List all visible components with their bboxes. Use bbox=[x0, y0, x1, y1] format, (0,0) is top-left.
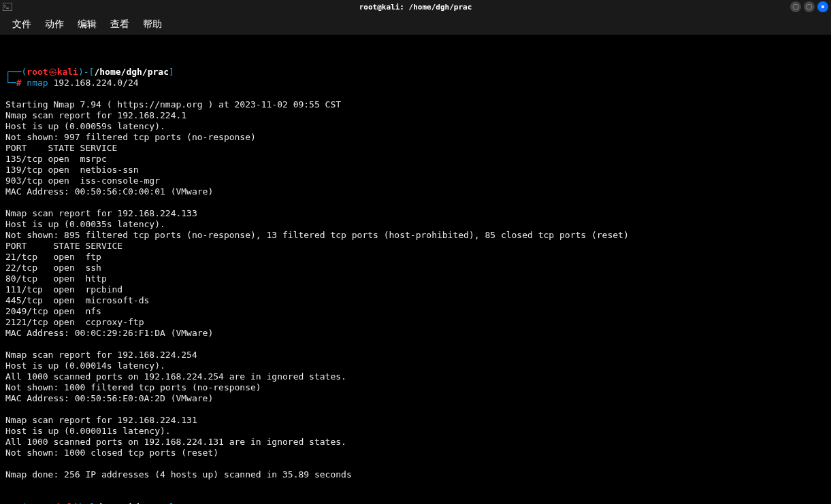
box-corner-top-icon bbox=[5, 67, 21, 77]
skull-icon: ㉿ bbox=[48, 67, 57, 77]
prompt-user: root bbox=[27, 67, 48, 77]
command-name: nmap bbox=[27, 78, 48, 88]
command-args: 192.168.224.0/24 bbox=[53, 78, 138, 88]
bracket-close: ] bbox=[169, 67, 174, 77]
minimize-button[interactable] bbox=[790, 1, 801, 12]
menu-file[interactable]: 文件 bbox=[5, 16, 38, 33]
window-title: root@kali: /home/dgh/prac bbox=[359, 3, 472, 12]
menubar: 文件 动作 编辑 查看 帮助 bbox=[0, 14, 831, 35]
terminal-area[interactable]: (root㉿kali)-[/home/dgh/prac] # nmap 192.… bbox=[0, 35, 831, 504]
prompt-hash: # bbox=[16, 78, 22, 88]
close-button[interactable] bbox=[817, 1, 828, 12]
window-titlebar: root@kali: /home/dgh/prac bbox=[0, 0, 831, 14]
paren-close: ) bbox=[78, 67, 84, 77]
menu-edit[interactable]: 编辑 bbox=[71, 16, 103, 33]
svg-rect-0 bbox=[3, 3, 12, 11]
menu-action[interactable]: 动作 bbox=[38, 16, 71, 33]
prompt-block-1: (root㉿kali)-[/home/dgh/prac] # nmap 192.… bbox=[5, 67, 826, 88]
svg-point-2 bbox=[793, 4, 798, 10]
box-corner-bot-icon bbox=[5, 78, 16, 88]
output-block: Starting Nmap 7.94 ( https://nmap.org ) … bbox=[5, 99, 826, 480]
dash: - bbox=[84, 67, 89, 77]
window-controls bbox=[790, 1, 828, 12]
titlebar-left bbox=[3, 2, 16, 12]
prompt-host: kali bbox=[57, 67, 78, 77]
menu-help[interactable]: 帮助 bbox=[136, 16, 169, 33]
prompt-cwd: /home/dgh/prac bbox=[94, 67, 169, 77]
svg-point-3 bbox=[806, 4, 812, 10]
maximize-button[interactable] bbox=[804, 1, 815, 12]
menu-view[interactable]: 查看 bbox=[103, 16, 136, 33]
terminal-icon bbox=[3, 2, 12, 12]
